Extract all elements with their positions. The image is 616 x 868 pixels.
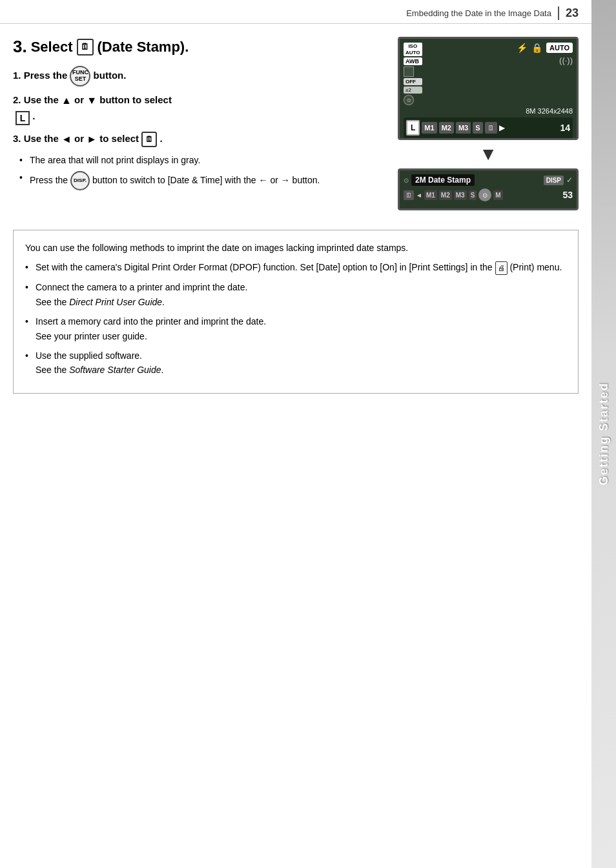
direct-print-guide: Direct Print User Guide [69, 297, 162, 307]
size-M2: M2 [439, 122, 454, 134]
lcd-page-count-top: 14 [560, 123, 570, 133]
substep2-period: . [32, 110, 35, 121]
lcd2-page-count: 53 [562, 190, 573, 200]
substep3-prefix: Use the [24, 133, 61, 144]
awb-icon: AWB [404, 57, 422, 65]
info-item-3: Insert a memory card into the printer an… [25, 314, 566, 343]
lcd2-S: S [469, 190, 477, 200]
content-wrapper: 3. Select 🗓 (Date Stamp). 1. Press the F… [0, 24, 591, 223]
flash-icon-lcd: ⚡ [517, 43, 528, 53]
print-icon: 🖨 [495, 261, 508, 276]
substep2-suffix: button to select [99, 94, 172, 105]
lcd2-arrow-left: ◄ [416, 192, 422, 199]
step-heading-suffix: (Date Stamp). [98, 39, 189, 56]
substep-1: 1. Press the FUNCSET button. [13, 66, 385, 86]
lcd2-size-row: 🗓 ◄ M1 M2 M3 S ⊙ M 53 [404, 188, 573, 201]
lcd2-date-stamp: 2M Date Stamp [411, 174, 475, 186]
bullet-1-text: The area that will not print displays in… [30, 155, 200, 165]
substep3-number: 3. [13, 133, 24, 144]
info-item-4: Use the supplied software. See the Softw… [25, 348, 566, 378]
substep3-period: . [159, 133, 162, 144]
substep1-suffix: button. [94, 70, 127, 81]
substep2-number: 2. [13, 94, 24, 105]
substep-2: 2. Use the ▲ or ▼ button to select L . [13, 93, 385, 125]
lcd-screen-top: ISOAUTO AWB OFF ±2 ⊙ ⚡ 🔒 AU [398, 37, 579, 140]
bullet-2: Press the DISP. button to switch to [Dat… [19, 171, 385, 190]
arrow-up-icon: ▲ [61, 93, 72, 108]
size-M3: M3 [456, 122, 471, 134]
substep3-suffix: to select [99, 133, 141, 144]
info-item-2: Connect the camera to a printer and impr… [25, 280, 566, 309]
bullet-2-text: button to switch to [Date & Time] with t… [92, 175, 320, 185]
size-S: S [473, 122, 482, 134]
step-number: 3. [13, 37, 27, 57]
off-icon: OFF [404, 78, 422, 85]
bullet-2-prefix: Press the [30, 175, 70, 185]
lcd2-disp: DISP [544, 176, 564, 185]
arrow-right-icon: ► [87, 132, 97, 147]
substep2-prefix: Use the [24, 94, 61, 105]
arrow-right-size: ▶ [499, 123, 505, 132]
substep3-or: or [74, 133, 87, 144]
lcd2-M1: M1 [424, 190, 437, 200]
main-content: Embedding the Date in the Image Data 23 … [0, 0, 591, 394]
disp-button[interactable]: DISP. [70, 171, 90, 190]
sound-icon: ((·)) [559, 56, 573, 65]
substep1-prefix: Press the [24, 70, 70, 81]
lcd2-circle: ⊙ [478, 188, 491, 201]
date-stamp-small-icon: 🗓 [141, 132, 157, 147]
step-heading-text: Select [31, 39, 73, 56]
size-ds: 🗓 [485, 122, 497, 134]
software-starter-guide: Software Starter Guide [69, 365, 161, 375]
lcd2-M2: M2 [439, 190, 452, 200]
l-size-box: L [15, 111, 30, 125]
bullet-list: The area that will not print displays in… [19, 154, 385, 190]
battery-icon-lcd: 🔒 [531, 43, 542, 53]
auto-badge: AUTO [546, 43, 573, 53]
substep-3: 3. Use the ◄ or ► to select 🗓 . [13, 132, 385, 147]
sq-icon-1 [404, 66, 414, 77]
resolution-text: 8M 3264x2448 [404, 107, 573, 115]
sidebar-label: Getting Started [597, 382, 611, 485]
info-box-list: Set with the camera's Digital Print Orde… [25, 260, 566, 377]
iso-icon: ISOAUTO [404, 43, 422, 56]
date-stamp-icon: 🗓 [77, 39, 94, 56]
substep1-number: 1. [13, 70, 24, 81]
text-column: 3. Select 🗓 (Date Stamp). 1. Press the F… [13, 37, 385, 210]
arrow-down-icon: ▼ [87, 93, 97, 108]
lcd2-M-end: M [493, 190, 502, 200]
lcd2-ds-icon: 🗓 [404, 190, 414, 200]
bullet-1: The area that will not print displays in… [19, 154, 385, 167]
size-row: L M1 M2 M3 S 🗓 ▶ 14 [404, 117, 573, 138]
circle-icon: ⊙ [404, 95, 414, 105]
lcd2-small-icon: ⊙ [404, 177, 409, 184]
size-M1: M1 [422, 122, 436, 134]
info-item-1: Set with the camera's Digital Print Orde… [25, 260, 566, 275]
info-box: You can use the following methods to imp… [13, 230, 579, 394]
size-L: L [406, 120, 420, 136]
lcd2-M3: M3 [454, 190, 467, 200]
page-number: 23 [558, 6, 579, 20]
func-set-button[interactable]: FUNCSET [70, 66, 90, 86]
image-column: ISOAUTO AWB OFF ±2 ⊙ ⚡ 🔒 AU [398, 37, 579, 210]
substep2-or: or [74, 94, 87, 105]
screen-arrow: ▼ [398, 145, 579, 163]
step-heading: 3. Select 🗓 (Date Stamp). [13, 37, 385, 57]
page-title: Embedding the Date in the Image Data [406, 8, 551, 18]
lcd-screen-bottom: ⊙ 2M Date Stamp DISP ✓ 🗓 ◄ M1 M2 M3 S ⊙ … [398, 168, 579, 210]
lcd2-check: ✓ [566, 176, 573, 185]
page-header: Embedding the Date in the Image Data 23 [0, 0, 591, 24]
arrow-left-icon: ◄ [61, 132, 72, 147]
disp-label: DISP. [74, 178, 87, 183]
ev-icon: ±2 [404, 86, 422, 94]
sidebar: Getting Started [591, 0, 616, 868]
info-intro: You can use the following methods to imp… [25, 241, 566, 255]
func-set-label: FUNCSET [72, 70, 88, 83]
